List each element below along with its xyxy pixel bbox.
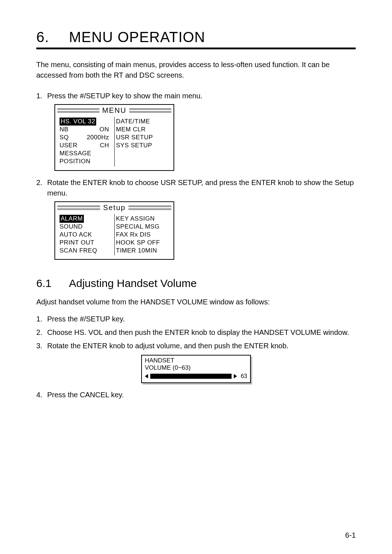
step-text: Press the #/SETUP key to show the main m… bbox=[47, 91, 356, 101]
menu-item-message: MESSAGE bbox=[60, 149, 113, 157]
step-a2: 2. Rotate the ENTER knob to choose USR S… bbox=[36, 177, 356, 198]
chapter-heading: 6. MENU OPERATION bbox=[36, 29, 356, 45]
decor-bars-right bbox=[129, 108, 171, 113]
step-number: 4. bbox=[36, 390, 47, 400]
step-text: Rotate the ENTER knob to adjust volume, … bbox=[47, 341, 356, 351]
setup-item-scanfreq: SCAN FREQ bbox=[60, 247, 113, 255]
setup-right-col: KEY ASSIGN SPECIAL MSG FAX Rx DIS HOOK S… bbox=[115, 214, 171, 255]
menu-left-col: HS. VOL 32 NB ON SQ 2000Hz USER CH MESSA… bbox=[58, 117, 115, 167]
decor-bars-left bbox=[57, 205, 100, 210]
handset-volume-diagram: HANDSET VOLUME (0~63) 63 bbox=[141, 355, 251, 383]
section-number: 6.1 bbox=[36, 277, 69, 290]
step-text: Rotate the ENTER knob to choose USR SETU… bbox=[47, 177, 356, 198]
triangle-right-icon bbox=[234, 374, 237, 378]
menu-item-usrsetup: USR SETUP bbox=[116, 134, 170, 141]
step-number: 1. bbox=[36, 314, 47, 324]
menu-item-datetime: DATE/TIME bbox=[116, 118, 170, 126]
setup-item-faxrxdis: FAX Rx DIS bbox=[116, 231, 170, 239]
setup-item-autoack: AUTO ACK bbox=[60, 231, 113, 239]
menu-item-position: POSITION bbox=[60, 157, 113, 165]
vol-value: 63 bbox=[239, 373, 247, 379]
setup-left-col: ALARM SOUND AUTO ACK PRINT OUT SCAN FREQ bbox=[58, 214, 115, 255]
step-b1: 1. Press the #/SETUP key. bbox=[36, 314, 356, 324]
menu-item-memclr: MEM CLR bbox=[116, 126, 170, 134]
setup-item-printout: PRINT OUT bbox=[60, 239, 113, 247]
menu-item-sq-value: 2000Hz bbox=[87, 134, 109, 141]
step-number: 2. bbox=[36, 327, 47, 338]
setup-lcd-title: Setup bbox=[103, 204, 126, 212]
decor-bars-left bbox=[57, 108, 99, 113]
setup-item-keyassign: KEY ASSIGN bbox=[116, 215, 170, 223]
setup-item-hookspoff: HOOK SP OFF bbox=[116, 239, 170, 247]
step-number: 1. bbox=[36, 91, 47, 101]
menu-item-nb-label: NB bbox=[60, 126, 69, 134]
step-number: 3. bbox=[36, 341, 47, 351]
menu-item-user-value: CH bbox=[100, 141, 109, 149]
vol-line1: HANDSET bbox=[145, 357, 247, 364]
page-number: 6-1 bbox=[345, 531, 356, 539]
menu-lcd: MENU HS. VOL 32 NB ON SQ 2000Hz USER CH bbox=[54, 104, 174, 171]
menu-right-col: DATE/TIME MEM CLR USR SETUP SYS SETUP bbox=[115, 117, 171, 167]
step-text: Press the #/SETUP key. bbox=[47, 314, 356, 324]
step-a1: 1. Press the #/SETUP key to show the mai… bbox=[36, 91, 356, 101]
chapter-title: MENU OPERATION bbox=[69, 29, 205, 45]
menu-item-user-label: USER bbox=[60, 141, 77, 149]
step-text: Press the CANCEL key. bbox=[47, 390, 356, 400]
setup-item-selected: ALARM bbox=[60, 215, 84, 223]
intro-paragraph: The menu, consisting of main menus, prov… bbox=[36, 59, 356, 81]
vol-slider-row: 63 bbox=[145, 373, 247, 379]
menu-lcd-title: MENU bbox=[102, 106, 127, 115]
triangle-left-icon bbox=[145, 374, 148, 378]
step-number: 2. bbox=[36, 177, 47, 198]
section-title: Adjusting Handset Volume bbox=[69, 277, 197, 290]
menu-item-sq-label: SQ bbox=[60, 134, 69, 141]
setup-item-timer: TIMER 10MIN bbox=[116, 247, 170, 255]
divider bbox=[36, 48, 356, 49]
step-text: Choose HS. VOL and then push the ENTER k… bbox=[47, 327, 356, 338]
setup-lcd: Setup ALARM SOUND AUTO ACK PRINT OUT SCA… bbox=[54, 201, 174, 260]
step-b2: 2. Choose HS. VOL and then push the ENTE… bbox=[36, 327, 356, 338]
decor-bars-right bbox=[128, 205, 171, 210]
vol-track bbox=[150, 374, 232, 379]
setup-item-sound: SOUND bbox=[60, 223, 113, 231]
menu-item-selected: HS. VOL 32 bbox=[60, 118, 96, 126]
step-b3: 3. Rotate the ENTER knob to adjust volum… bbox=[36, 341, 356, 351]
menu-item-nb-value: ON bbox=[99, 126, 109, 134]
vol-line2: VOLUME (0~63) bbox=[145, 364, 247, 372]
menu-item-syssetup: SYS SETUP bbox=[116, 141, 170, 149]
chapter-number: 6. bbox=[36, 29, 69, 45]
step-b4: 4. Press the CANCEL key. bbox=[36, 390, 356, 400]
setup-lcd-title-row: Setup bbox=[55, 202, 173, 213]
section-heading: 6.1 Adjusting Handset Volume bbox=[36, 277, 356, 290]
setup-item-specialmsg: SPECIAL MSG bbox=[116, 223, 170, 231]
section-intro: Adjust handset volume from the HANDSET V… bbox=[36, 297, 356, 307]
menu-lcd-title-row: MENU bbox=[55, 105, 173, 115]
